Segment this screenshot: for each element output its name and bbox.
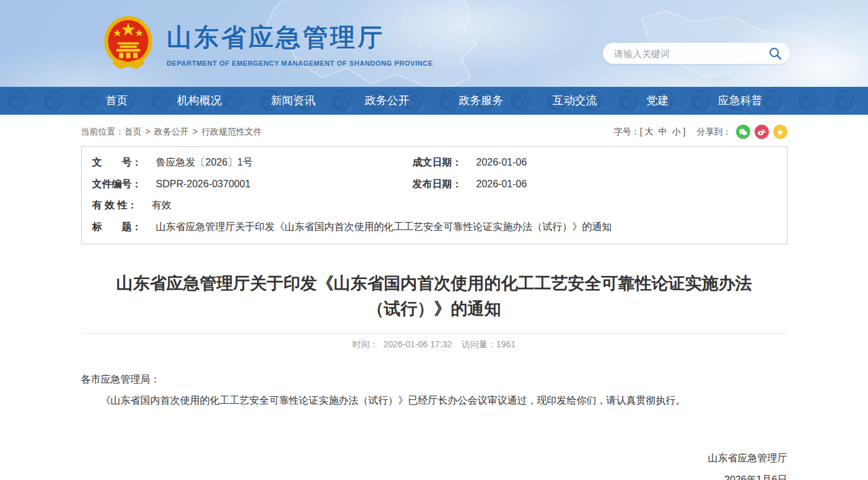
breadcrumb-prefix: 当前位置：	[81, 127, 125, 136]
doc-title-label: 标 题：	[92, 216, 142, 238]
nav-item-party-building[interactable]: 党建	[640, 87, 675, 115]
publish-date-value: 2026-01-06	[476, 174, 527, 195]
doc-title-value: 山东省应急管理厅关于印发《山东省国内首次使用的化工工艺安全可靠性论证实施办法（试…	[156, 216, 612, 238]
article-paragraph: 《山东省国内首次使用的化工工艺安全可靠性论证实施办法（试行）》已经厅长办公会议审…	[81, 390, 787, 411]
wechat-share-icon[interactable]	[736, 125, 750, 139]
breadcrumb-gov-disclosure[interactable]: 政务公开	[154, 127, 189, 136]
search-input[interactable]	[614, 48, 768, 59]
share-label: 分享到：	[697, 127, 732, 138]
site-title: 山东省应急管理厅	[167, 20, 433, 55]
nav-item-gov-disclosure[interactable]: 政务公开	[359, 87, 416, 115]
font-size-large[interactable]: 大	[645, 127, 654, 136]
site-header: 山东省应急管理厅 DEPARTMENT OF EMERGENCY MANAGEM…	[0, 0, 868, 87]
meta-row: 有 效 性： 有效	[82, 195, 787, 216]
signature-date: 2026年1月6日	[81, 469, 787, 480]
article-body: 各市应急管理局： 《山东省国内首次使用的化工工艺安全可靠性论证实施办法（试行）》…	[81, 369, 787, 411]
signature-block: 山东省应急管理厅 2026年1月6日	[81, 447, 787, 480]
site-search	[603, 43, 790, 64]
meta-row: 标 题： 山东省应急管理厅关于印发《山东省国内首次使用的化工工艺安全可靠性论证实…	[82, 216, 787, 238]
meta-row: 文件编号： SDPR-2026-0370001 发布日期： 2026-01-06	[82, 174, 787, 195]
doc-number-label: 文 号：	[92, 152, 142, 174]
nav-item-news[interactable]: 新闻资讯	[265, 87, 322, 115]
written-date-label: 成文日期：	[413, 152, 462, 174]
written-date-value: 2026-01-06	[476, 152, 527, 174]
main-navigation: 首页 机构概况 新闻资讯 政务公开 政务服务 互动交流 党建 应急科普	[0, 87, 868, 115]
time-value: 2026-01-06 17:32	[384, 339, 452, 349]
time-label: 时间：	[353, 339, 379, 349]
meta-row: 文 号： 鲁应急发〔2026〕1号 成文日期： 2026-01-06	[82, 152, 787, 174]
search-icon[interactable]	[768, 46, 783, 61]
nav-item-emergency-science[interactable]: 应急科普	[712, 87, 769, 115]
visits-value: 1961	[496, 339, 515, 349]
article-salutation: 各市应急管理局：	[81, 369, 787, 390]
breadcrumb-home[interactable]: 首页	[125, 127, 142, 136]
validity-label: 有 效 性：	[92, 195, 138, 216]
visits-label: 访问量：	[462, 339, 496, 349]
article-time-bar: 时间：2026-01-06 17:32 访问量：1961	[81, 333, 787, 350]
document-meta-box: 文 号： 鲁应急发〔2026〕1号 成文日期： 2026-01-06 文件编号：…	[81, 146, 787, 244]
font-size-label: 字号：	[614, 127, 640, 136]
breadcrumb: 当前位置：首页>政务公开>行政规范性文件	[81, 127, 262, 138]
site-subtitle: DEPARTMENT OF EMERGENCY MANAGEMENT OF SH…	[167, 60, 433, 67]
publish-date-label: 发布日期：	[413, 174, 462, 195]
doc-number-value: 鲁应急发〔2026〕1号	[156, 152, 253, 174]
font-size-small[interactable]: 小	[672, 127, 681, 136]
article-title: 山东省应急管理厅关于印发《山东省国内首次使用的化工工艺安全可靠性论证实施办法（试…	[101, 271, 767, 322]
font-size-medium[interactable]: 中	[659, 127, 667, 136]
nav-item-about[interactable]: 机构概况	[171, 87, 228, 115]
page-tools: 字号：[大中小] 分享到： ★	[614, 125, 787, 139]
site-logo-link[interactable]: 山东省应急管理厅 DEPARTMENT OF EMERGENCY MANAGEM…	[101, 15, 433, 72]
nav-item-home[interactable]: 首页	[99, 87, 134, 115]
font-size-controls: 字号：[大中小]	[614, 127, 686, 138]
validity-value: 有效	[151, 195, 171, 216]
file-code-value: SDPR-2026-0370001	[156, 174, 251, 195]
nav-item-interaction[interactable]: 互动交流	[546, 87, 603, 115]
file-code-label: 文件编号：	[92, 174, 142, 195]
breadcrumb-normative-documents[interactable]: 行政规范性文件	[201, 127, 262, 136]
nav-item-gov-services[interactable]: 政务服务	[452, 87, 509, 115]
weibo-share-icon[interactable]	[755, 125, 769, 139]
qzone-share-icon[interactable]: ★	[773, 125, 787, 139]
national-emblem-icon	[101, 15, 156, 72]
signature-org: 山东省应急管理厅	[81, 447, 787, 469]
